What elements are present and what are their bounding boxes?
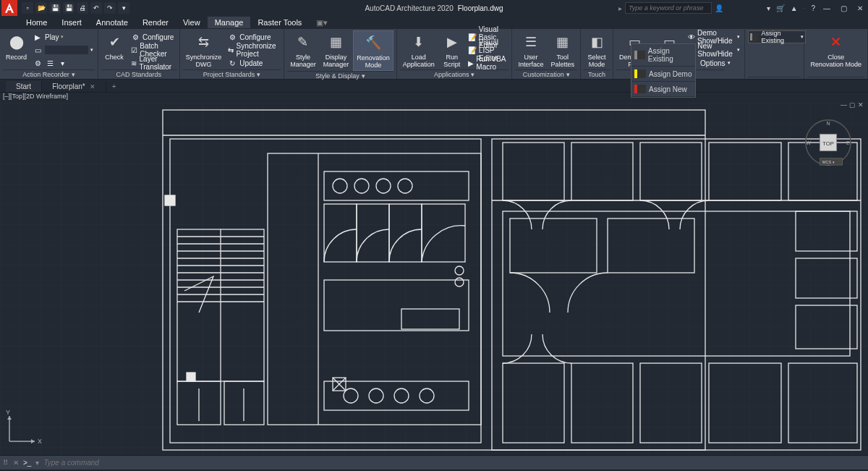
tab-raster-tools[interactable]: Raster Tools	[250, 17, 309, 28]
ucs-icon: XY	[6, 409, 42, 445]
exchange-icon[interactable]: ▾	[767, 4, 770, 12]
gear-icon: ⚙	[33, 58, 43, 68]
svg-rect-59	[187, 373, 195, 381]
qat-saveas-icon[interactable]: 💾	[63, 2, 75, 14]
qat-redo-icon[interactable]: ↷	[104, 2, 116, 14]
vp-close-icon[interactable]: ✕	[858, 103, 865, 109]
svg-rect-50	[503, 363, 564, 443]
panel-style-display: ✎ Style Manager ▦ Display Manager 🔨 Reno…	[284, 29, 397, 79]
close-tab-icon[interactable]: ✕	[90, 83, 95, 90]
svg-rect-57	[796, 305, 857, 349]
assign-dropdown-menu: Assign Existing Assign Demo Assign New	[631, 43, 696, 98]
chevron-down-icon[interactable]: ▾	[257, 71, 260, 78]
svg-marker-69	[31, 439, 35, 444]
svg-point-22	[376, 179, 391, 193]
assign-existing-option[interactable]: Assign Existing	[631, 44, 695, 67]
close-x-icon: ✕	[826, 32, 846, 52]
svg-point-30	[455, 266, 464, 275]
panel-action-recorder: ⬤ Record ▶Play▾ ▭▾ ⚙☰▾ Action Recorder▾	[0, 29, 98, 79]
synchronize-project-button[interactable]: ⇆Synchronize Project	[226, 43, 281, 56]
play-icon: ▶	[33, 32, 43, 42]
viewcube[interactable]: TOP N E S W WCS ▾	[803, 117, 854, 168]
chevron-down-icon[interactable]: ▾	[362, 72, 365, 80]
keyword-search-input[interactable]	[625, 2, 712, 14]
tab-insert[interactable]: Insert	[54, 17, 89, 28]
filetab-start[interactable]: Start	[6, 81, 42, 92]
app-logo-icon[interactable]	[1, 0, 17, 16]
cmd-prompt-icon: >_	[23, 459, 31, 467]
qat-plot-icon[interactable]: 🖨	[77, 2, 88, 14]
layer-translator-button[interactable]: ≋Layer Translator	[129, 56, 176, 69]
new-filetab-button[interactable]: +	[106, 81, 122, 92]
check-icon: ✔	[104, 32, 124, 52]
grid-icon: ▦	[326, 32, 346, 52]
qat-more-icon[interactable]: ▾	[118, 2, 129, 14]
run-vba-button[interactable]: ▶Run VBA Macro	[467, 56, 509, 69]
help-icon[interactable]: ?	[811, 4, 815, 12]
minimize-button[interactable]: —	[821, 4, 833, 12]
gear-icon: ⚙	[130, 32, 140, 42]
check-button[interactable]: ✔ Check	[101, 30, 127, 62]
svg-text:WCS ▾: WCS ▾	[822, 160, 834, 164]
svg-rect-47	[503, 211, 850, 356]
recorder-dropdown-2[interactable]: ⚙☰▾	[31, 56, 95, 69]
panel-project-standards: ⇆ Synchronize DWG ⚙Configure ⇆Synchroniz…	[180, 29, 285, 79]
chevron-down-icon[interactable]: ▾	[72, 71, 75, 78]
signin-icon[interactable]: 👤	[715, 4, 723, 12]
cmd-chevron-icon[interactable]: ▾	[35, 459, 39, 467]
cart-icon[interactable]: 🛒	[776, 4, 785, 12]
search-chevron-icon[interactable]: ▸	[618, 4, 622, 12]
load-application-button[interactable]: ⬇ Load Application	[400, 30, 438, 69]
play-icon: ▶	[468, 58, 474, 68]
panel-cad-standards: ✔ Check ⚙Configure ☑Batch Checker ≋Layer…	[98, 29, 180, 79]
tab-manage[interactable]: Manage	[208, 17, 251, 28]
autodesk-icon[interactable]: ▲	[791, 4, 798, 12]
qat-new-icon[interactable]: ▫	[22, 2, 33, 14]
viewport-state-label[interactable]: [–][Top][2D Wireframe]	[0, 93, 868, 103]
tab-render[interactable]: Render	[135, 17, 176, 28]
tab-home[interactable]: Home	[19, 17, 54, 28]
svg-rect-55	[796, 211, 857, 251]
gear-icon: ⚙	[227, 32, 237, 42]
display-manager-button[interactable]: ▦ Display Manager	[320, 30, 352, 69]
assign-existing-dropdown[interactable]: Assign Existing ▾	[748, 30, 806, 43]
command-input[interactable]	[43, 459, 246, 467]
ui-icon: ☰	[521, 32, 541, 52]
drawing-canvas[interactable]: — ▢ ✕	[0, 103, 868, 455]
chevron-down-icon[interactable]: ▾	[566, 71, 570, 78]
record-button[interactable]: ⬤ Record	[3, 30, 30, 62]
style-manager-button[interactable]: ✎ Style Manager	[287, 30, 319, 69]
tab-expand-icon[interactable]: ▣▾	[309, 17, 335, 29]
assign-new-option[interactable]: Assign New	[631, 82, 695, 97]
chevron-down-icon[interactable]: ▾	[471, 71, 475, 78]
tool-palettes-button[interactable]: ▦ Tool Palettes	[548, 30, 578, 69]
run-script-button[interactable]: ▶ Run Script	[439, 30, 465, 69]
filetab-floorplan[interactable]: Floorplan*✕	[42, 81, 106, 92]
svg-rect-29	[401, 309, 459, 329]
panel-customization: ☰ User Interface ▦ Tool Palettes Customi…	[512, 29, 581, 79]
tab-annotate[interactable]: Annotate	[89, 17, 135, 28]
cmd-close-icon[interactable]: ✕	[13, 459, 19, 467]
cmd-handle-icon[interactable]: ⠿	[3, 459, 9, 467]
close-window-button[interactable]: ✕	[855, 4, 865, 12]
update-project-button[interactable]: ↻Update	[226, 56, 281, 69]
user-interface-button[interactable]: ☰ User Interface	[515, 30, 546, 69]
qat-open-icon[interactable]: 📂	[35, 2, 47, 14]
renovation-mode-button[interactable]: 🔨 Renovation Mode	[353, 30, 393, 71]
document-name: Floorplan.dwg	[458, 4, 503, 12]
restore-button[interactable]: ▢	[838, 4, 849, 12]
qat-save-icon[interactable]: 💾	[49, 2, 61, 14]
recorder-dropdown-1[interactable]: ▭▾	[31, 43, 95, 56]
qat-undo-icon[interactable]: ↶	[90, 2, 102, 14]
vp-minimize-icon[interactable]: —	[841, 103, 848, 109]
tab-view[interactable]: View	[176, 17, 208, 28]
assign-demo-option[interactable]: Assign Demo	[631, 67, 695, 82]
vp-restore-icon[interactable]: ▢	[849, 103, 856, 109]
play-button[interactable]: ▶Play▾	[31, 30, 95, 43]
svg-rect-2	[170, 139, 481, 443]
title-text: AutoCAD Architecture 2020 Floorplan.dwg	[365, 4, 503, 12]
svg-text:Y: Y	[6, 409, 10, 416]
select-mode-button[interactable]: ◧ Select Mode	[584, 30, 610, 69]
close-renovation-mode-button[interactable]: ✕ Close Renovation Mode	[807, 30, 864, 69]
synchronize-dwg-button[interactable]: ⇆ Synchronize DWG	[183, 30, 225, 69]
